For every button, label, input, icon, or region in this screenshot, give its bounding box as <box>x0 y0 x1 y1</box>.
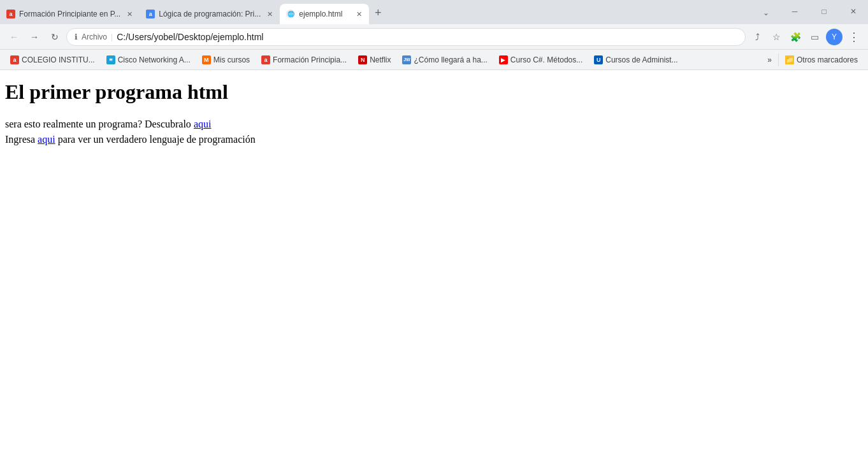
tab1-label: Formación Principiante en P... <box>19 10 120 18</box>
address-separator: | <box>111 33 113 41</box>
page-line2: Ingresa aqui para ver un verdadero lengu… <box>5 132 863 147</box>
tab-bar: a Formación Principiante en P... ✕ a Lóg… <box>0 0 868 24</box>
bookmark-colegio-label: COLEGIO INSTITU... <box>22 55 95 64</box>
tab2-close[interactable]: ✕ <box>264 9 275 19</box>
security-label: Archivo <box>82 33 107 41</box>
bookmark-formacion[interactable]: a Formación Principia... <box>256 52 352 68</box>
bookmark-formacion-label: Formación Principia... <box>273 55 347 64</box>
bookmark-jw-favicon: JW <box>402 55 411 64</box>
tab-3[interactable]: 🌐 ejemplo.html ✕ <box>280 4 369 24</box>
page-link2[interactable]: aqui <box>38 134 55 145</box>
extension-button[interactable]: 🧩 <box>786 28 804 46</box>
address-input[interactable]: ℹ Archivo | C:/Users/yobel/Desktop/ejemp… <box>66 28 746 46</box>
bookmark-miscursos[interactable]: M Mis cursos <box>197 52 255 68</box>
bookmark-netflix-label: Netflix <box>370 55 391 64</box>
tab-search-button[interactable]: ⌄ <box>757 4 775 22</box>
back-button[interactable]: ← <box>5 28 23 46</box>
tab2-favicon: a <box>146 10 155 18</box>
bookmark-csharp-favicon: ▶ <box>499 55 508 64</box>
bookmark-cisco-label: Cisco Networking A... <box>118 55 191 64</box>
bookmark-colegio[interactable]: a COLEGIO INSTITU... <box>5 52 100 68</box>
page-line2-after: para ver un verdadero lenguaje de progra… <box>55 134 256 145</box>
close-button[interactable]: ✕ <box>839 1 868 22</box>
bookmark-cisco-favicon: ≋ <box>106 55 115 64</box>
security-icon: ℹ <box>75 33 78 41</box>
bookmarks-more: » 📁 Otros marcadores <box>762 52 863 68</box>
bookmark-cursos-admin[interactable]: U Cursos de Administ... <box>589 52 683 68</box>
bookmark-netflix[interactable]: N Netflix <box>353 52 396 68</box>
bookmark-formacion-favicon: a <box>261 55 270 64</box>
other-bookmarks-label: Otros marcadores <box>797 55 858 64</box>
bookmark-csharp-label: Curso C#. Métodos... <box>510 55 582 64</box>
bookmark-miscursos-label: Mis cursos <box>213 55 250 64</box>
bookmark-button[interactable]: ☆ <box>767 28 785 46</box>
refresh-button[interactable]: ↻ <box>46 28 64 46</box>
tab1-favicon: a <box>6 10 15 18</box>
tab3-favicon: 🌐 <box>286 10 295 18</box>
sidebar-button[interactable]: ▭ <box>806 28 823 46</box>
address-bar: ← → ↻ ℹ Archivo | C:/Users/yobel/Desktop… <box>0 24 868 50</box>
bookmarks-bar: a COLEGIO INSTITU... ≋ Cisco Networking … <box>0 50 868 70</box>
bookmark-jw-label: ¿Cómo llegará a ha... <box>414 55 487 64</box>
other-bookmarks-button[interactable]: 📁 Otros marcadores <box>780 52 863 68</box>
page-line1: sera esto realmente un programa? Descubr… <box>5 117 863 132</box>
menu-button[interactable]: ⋮ <box>845 28 863 46</box>
tab2-label: Lógica de programación: Pri... <box>159 10 261 18</box>
more-bookmarks-button[interactable]: » <box>762 52 777 68</box>
bookmark-colegio-favicon: a <box>10 55 19 64</box>
page-content: El primer programa html sera esto realme… <box>0 70 868 464</box>
minimize-button[interactable]: ─ <box>780 1 809 22</box>
window-controls: ─ □ ✕ <box>780 1 868 22</box>
tab-bar-controls: ⌄ <box>757 4 775 22</box>
tab-2[interactable]: a Lógica de programación: Pri... ✕ <box>140 4 280 24</box>
bookmark-curso-csharp[interactable]: ▶ Curso C#. Métodos... <box>494 52 588 68</box>
bookmark-admin-label: Cursos de Administ... <box>605 55 677 64</box>
bookmark-jw[interactable]: JW ¿Cómo llegará a ha... <box>397 52 492 68</box>
tab-1[interactable]: a Formación Principiante en P... ✕ <box>0 4 140 24</box>
tab1-close[interactable]: ✕ <box>124 9 134 19</box>
forward-button[interactable]: → <box>25 28 43 46</box>
bookmark-admin-favicon: U <box>594 55 603 64</box>
other-bookmarks-icon: 📁 <box>785 55 794 64</box>
tab3-label: ejemplo.html <box>299 10 350 18</box>
profile-button[interactable]: Y <box>826 29 843 45</box>
tab3-close[interactable]: ✕ <box>354 9 364 19</box>
new-tab-button[interactable]: + <box>369 4 387 22</box>
browser-window: a Formación Principiante en P... ✕ a Lóg… <box>0 0 868 464</box>
page-line1-before: sera esto realmente un programa? Descubr… <box>5 119 194 129</box>
bookmarks-separator <box>778 54 779 66</box>
share-button[interactable]: ⤴ <box>748 28 766 46</box>
page-title: El primer programa html <box>5 80 863 104</box>
page-line2-before: Ingresa <box>5 134 38 145</box>
more-bookmarks-icon: » <box>767 55 772 64</box>
bookmark-miscursos-favicon: M <box>202 55 211 64</box>
page-link1[interactable]: aqui <box>194 119 212 129</box>
url-text: C:/Users/yobel/Desktop/ejemplo.html <box>117 32 737 42</box>
address-actions: ⤴ ☆ 🧩 ▭ <box>748 28 823 46</box>
maximize-button[interactable]: □ <box>809 1 839 22</box>
bookmark-netflix-favicon: N <box>358 55 367 64</box>
bookmark-cisco[interactable]: ≋ Cisco Networking A... <box>101 52 196 68</box>
